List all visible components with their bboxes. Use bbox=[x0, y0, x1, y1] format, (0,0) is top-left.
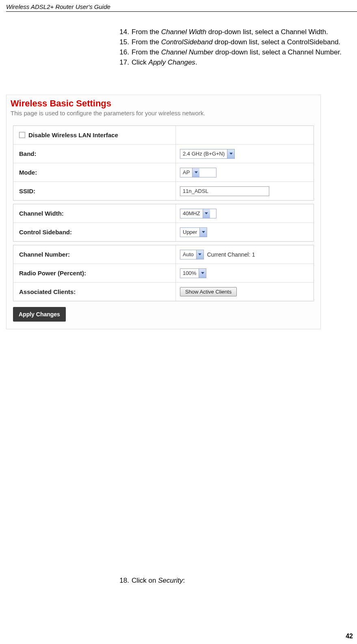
step-number: 15. bbox=[118, 38, 132, 47]
text-pre: From the bbox=[132, 28, 161, 36]
ssid-input[interactable]: 11n_ADSL bbox=[180, 186, 269, 196]
row-disable-wireless: Disable Wireless LAN Interface bbox=[13, 126, 314, 145]
step-number: 14. bbox=[118, 28, 132, 37]
step-number: 16. bbox=[118, 48, 132, 57]
text-post: : bbox=[183, 577, 185, 584]
channel-width-value: 40MHZ bbox=[180, 210, 203, 216]
channel-width-select[interactable]: 40MHZ bbox=[180, 209, 216, 218]
control-sideband-value: Upper bbox=[180, 229, 199, 235]
step-text: Click on Security: bbox=[132, 577, 185, 585]
text-pre: From the bbox=[132, 48, 161, 56]
apply-bar: Apply Changes bbox=[13, 307, 314, 322]
instruction-list: 14. From the Channel Width drop-down lis… bbox=[118, 28, 357, 68]
row-associated-clients: Associated Clients: Show Active Clients bbox=[13, 283, 314, 301]
mode-select[interactable]: AP bbox=[180, 168, 216, 177]
band-select[interactable]: 2.4 GHz (B+G+N) bbox=[180, 149, 235, 159]
text-pre: Click on bbox=[132, 577, 158, 584]
chevron-down-icon bbox=[203, 209, 210, 218]
channel-width-label: Channel Width: bbox=[13, 204, 176, 223]
channel-number-label: Channel Number: bbox=[13, 245, 176, 264]
text-post: drop-down list, select a Channel Width. bbox=[206, 28, 328, 36]
mode-value: AP bbox=[180, 169, 192, 175]
step-text: Click Apply Changes. bbox=[132, 58, 357, 67]
text-em: Apply Changes bbox=[149, 58, 195, 66]
band-label: Band: bbox=[13, 145, 176, 163]
step-15: 15. From the ControlSideband drop-down l… bbox=[118, 38, 357, 47]
row-radio-power: Radio Power (Percent): 100% bbox=[13, 264, 314, 283]
radio-power-label: Radio Power (Percent): bbox=[13, 264, 176, 282]
chevron-down-icon bbox=[227, 149, 234, 158]
ssid-label: SSID: bbox=[13, 182, 176, 200]
header-divider bbox=[6, 11, 357, 12]
band-value: 2.4 GHz (B+G+N) bbox=[180, 151, 227, 157]
control-sideband-select[interactable]: Upper bbox=[180, 227, 207, 237]
step-number: 17. bbox=[118, 58, 132, 67]
mode-label: Mode: bbox=[13, 163, 176, 182]
text-post: drop-down list, select a ControlSideband… bbox=[212, 38, 340, 46]
disable-wireless-label: Disable Wireless LAN Interface bbox=[13, 126, 176, 144]
show-active-clients-button[interactable]: Show Active Clients bbox=[180, 287, 237, 296]
text-em: ControlSideband bbox=[161, 38, 213, 46]
step-16: 16. From the Channel Number drop-down li… bbox=[118, 48, 357, 57]
page-subtitle: This page is used to configure the param… bbox=[6, 109, 320, 122]
text-em: Channel Width bbox=[161, 28, 206, 36]
step-number: 18. bbox=[118, 577, 132, 585]
channel-number-value: Auto bbox=[180, 251, 196, 257]
associated-clients-label: Associated Clients: bbox=[13, 283, 176, 301]
disable-wireless-text: Disable Wireless LAN Interface bbox=[28, 132, 118, 138]
current-channel-text: Current Channel: 1 bbox=[207, 251, 255, 258]
row-band: Band: 2.4 GHz (B+G+N) bbox=[13, 145, 314, 163]
row-control-sideband: Control Sideband: Upper bbox=[13, 223, 314, 241]
step-18: 18. Click on Security: bbox=[118, 577, 185, 585]
text-em: Channel Number bbox=[161, 48, 214, 56]
settings-group-2: Channel Width: 40MHZ Control Sideband: U… bbox=[13, 204, 314, 242]
step-text: From the Channel Number drop-down list, … bbox=[132, 48, 357, 57]
empty-cell bbox=[176, 126, 314, 144]
text-post: . bbox=[195, 58, 197, 66]
row-mode: Mode: AP bbox=[13, 163, 314, 182]
chevron-down-icon bbox=[196, 250, 203, 259]
text-em: Security bbox=[158, 577, 183, 584]
step-text: From the Channel Width drop-down list, s… bbox=[132, 28, 357, 37]
radio-power-value: 100% bbox=[180, 270, 199, 276]
text-pre: Click bbox=[132, 58, 149, 66]
settings-group-3: Channel Number: Auto Current Channel: 1 … bbox=[13, 245, 314, 301]
chevron-down-icon bbox=[199, 269, 206, 278]
row-channel-number: Channel Number: Auto Current Channel: 1 bbox=[13, 245, 314, 264]
control-sideband-label: Control Sideband: bbox=[13, 223, 176, 241]
text-post: drop-down list, select a Channel Number. bbox=[213, 48, 342, 56]
step-14: 14. From the Channel Width drop-down lis… bbox=[118, 28, 357, 37]
chevron-down-icon bbox=[199, 228, 207, 237]
page-number: 42 bbox=[346, 633, 353, 640]
header-title: Wireless ADSL2+ Router User's Guide bbox=[6, 3, 110, 10]
settings-group-1: Disable Wireless LAN Interface Band: 2.4… bbox=[13, 125, 314, 201]
wireless-settings-screenshot: Wireless Basic Settings This page is use… bbox=[6, 95, 321, 329]
disable-wireless-checkbox[interactable] bbox=[19, 132, 25, 138]
step-text: From the ControlSideband drop-down list,… bbox=[132, 38, 357, 47]
step-17: 17. Click Apply Changes. bbox=[118, 58, 357, 67]
radio-power-select[interactable]: 100% bbox=[180, 268, 206, 278]
row-ssid: SSID: 11n_ADSL bbox=[13, 182, 314, 200]
row-channel-width: Channel Width: 40MHZ bbox=[13, 204, 314, 223]
apply-changes-button[interactable]: Apply Changes bbox=[13, 307, 66, 322]
channel-number-select[interactable]: Auto bbox=[180, 250, 204, 259]
chevron-down-icon bbox=[192, 168, 199, 177]
ssid-value: 11n_ADSL bbox=[183, 188, 208, 194]
text-pre: From the bbox=[132, 38, 161, 46]
page-title: Wireless Basic Settings bbox=[6, 95, 320, 109]
